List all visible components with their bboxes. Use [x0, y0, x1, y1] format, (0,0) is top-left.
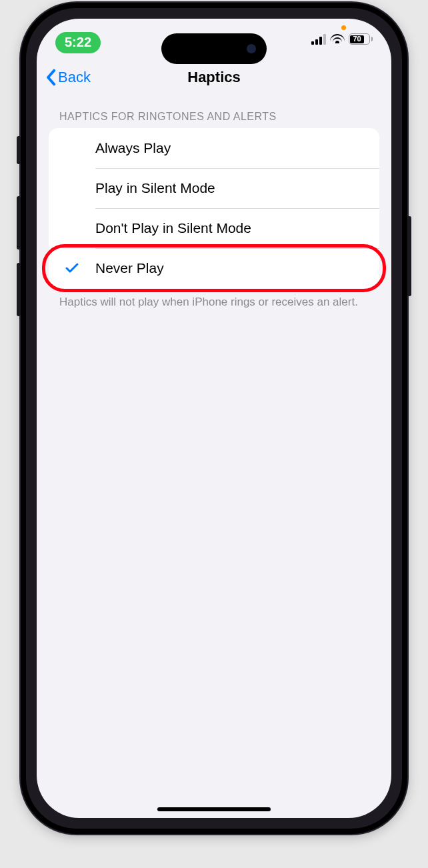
iphone-frame: 5:22 70 Back Haptics	[21, 3, 407, 834]
cellular-signal-icon	[311, 34, 326, 45]
option-label: Never Play	[95, 260, 164, 276]
option-play-in-silent-mode[interactable]: Play in Silent Mode	[49, 168, 379, 208]
side-button[interactable]	[407, 216, 411, 296]
option-label: Play in Silent Mode	[95, 180, 215, 196]
section-header: HAPTICS FOR RINGTONES AND ALERTS	[49, 96, 379, 128]
privacy-indicator-dot	[341, 25, 346, 30]
home-indicator[interactable]	[157, 807, 271, 811]
status-time-pill[interactable]: 5:22	[55, 32, 101, 53]
page-title: Haptics	[187, 69, 240, 86]
volume-up-button[interactable]	[17, 196, 21, 250]
option-dont-play-in-silent-mode[interactable]: Don't Play in Silent Mode	[49, 208, 379, 248]
navigation-bar: Back Haptics	[37, 59, 391, 96]
option-label: Don't Play in Silent Mode	[95, 220, 251, 236]
battery-percent-label: 70	[353, 35, 361, 43]
option-never-play[interactable]: Never Play	[49, 248, 379, 288]
silence-switch[interactable]	[17, 136, 21, 164]
dynamic-island	[161, 33, 267, 64]
battery-indicator: 70	[349, 33, 373, 45]
screen: 5:22 70 Back Haptics	[37, 19, 391, 818]
checkmark-icon	[63, 260, 81, 277]
options-list: Always Play Play in Silent Mode Don't Pl…	[49, 128, 379, 288]
chevron-left-icon	[45, 69, 57, 86]
section-footnote: Haptics will not play when iPhone rings …	[49, 288, 379, 310]
option-always-play[interactable]: Always Play	[49, 128, 379, 168]
annotation-highlight	[42, 244, 386, 292]
volume-down-button[interactable]	[17, 263, 21, 316]
back-button-label: Back	[58, 69, 91, 86]
back-button[interactable]: Back	[45, 69, 91, 86]
option-label: Always Play	[95, 140, 171, 156]
wifi-icon	[330, 34, 345, 45]
